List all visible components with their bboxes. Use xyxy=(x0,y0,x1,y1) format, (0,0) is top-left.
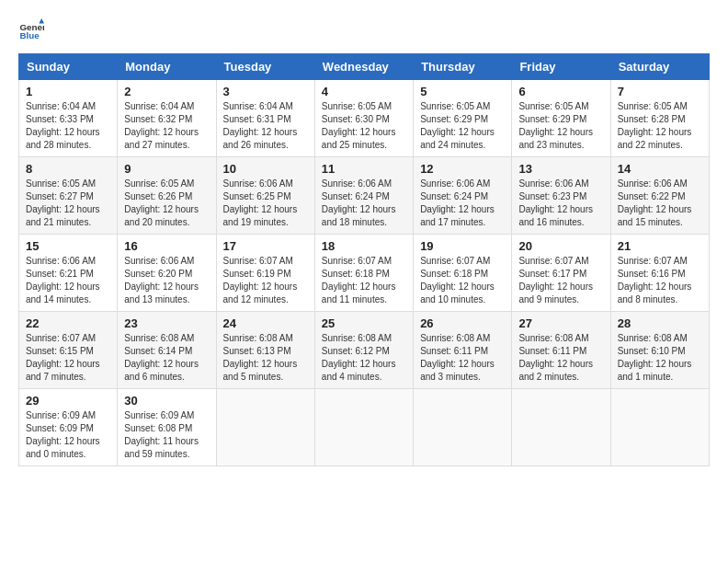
day-cell-18: 18 Sunrise: 6:07 AM Sunset: 6:18 PM Dayl… xyxy=(314,235,413,312)
day-info: Sunrise: 6:06 AM Sunset: 6:21 PM Dayligh… xyxy=(26,255,110,306)
col-monday: Monday xyxy=(118,54,216,80)
day-number: 4 xyxy=(322,85,406,98)
day-info: Sunrise: 6:09 AM Sunset: 6:08 PM Dayligh… xyxy=(124,409,209,461)
day-cell-3: 3 Sunrise: 6:04 AM Sunset: 6:31 PM Dayli… xyxy=(216,80,314,157)
day-cell-8: 8 Sunrise: 6:05 AM Sunset: 6:27 PM Dayli… xyxy=(19,157,118,235)
day-number: 24 xyxy=(223,316,308,330)
day-cell-9: 9 Sunrise: 6:05 AM Sunset: 6:26 PM Dayli… xyxy=(118,157,216,235)
day-number: 27 xyxy=(518,316,603,330)
day-info: Sunrise: 6:09 AM Sunset: 6:09 PM Dayligh… xyxy=(26,409,110,461)
day-info: Sunrise: 6:07 AM Sunset: 6:18 PM Dayligh… xyxy=(420,255,505,306)
col-friday: Friday xyxy=(512,54,610,80)
day-number: 14 xyxy=(618,162,702,176)
week-row-3: 15 Sunrise: 6:06 AM Sunset: 6:21 PM Dayl… xyxy=(19,235,710,312)
day-cell-20: 20 Sunrise: 6:07 AM Sunset: 6:17 PM Dayl… xyxy=(512,235,610,312)
day-number: 10 xyxy=(223,162,308,176)
day-number: 25 xyxy=(322,316,406,330)
day-number: 2 xyxy=(124,85,209,98)
day-number: 3 xyxy=(223,85,308,98)
day-number: 30 xyxy=(124,394,209,408)
day-info: Sunrise: 6:05 AM Sunset: 6:29 PM Dayligh… xyxy=(518,100,603,152)
day-number: 1 xyxy=(26,85,110,98)
day-info: Sunrise: 6:04 AM Sunset: 6:33 PM Dayligh… xyxy=(26,100,110,152)
week-row-4: 22 Sunrise: 6:07 AM Sunset: 6:15 PM Dayl… xyxy=(19,312,710,389)
day-info: Sunrise: 6:06 AM Sunset: 6:24 PM Dayligh… xyxy=(420,178,505,229)
day-cell-22: 22 Sunrise: 6:07 AM Sunset: 6:15 PM Dayl… xyxy=(19,312,118,389)
day-cell-4: 4 Sunrise: 6:05 AM Sunset: 6:30 PM Dayli… xyxy=(314,80,413,157)
day-info: Sunrise: 6:07 AM Sunset: 6:18 PM Dayligh… xyxy=(322,255,406,306)
empty-cell xyxy=(610,389,709,466)
day-cell-23: 23 Sunrise: 6:08 AM Sunset: 6:14 PM Dayl… xyxy=(118,312,216,389)
svg-marker-2 xyxy=(39,18,44,24)
day-number: 29 xyxy=(26,394,110,408)
day-info: Sunrise: 6:06 AM Sunset: 6:25 PM Dayligh… xyxy=(223,178,308,229)
col-sunday: Sunday xyxy=(19,54,118,80)
day-cell-7: 7 Sunrise: 6:05 AM Sunset: 6:28 PM Dayli… xyxy=(610,80,709,157)
day-info: Sunrise: 6:08 AM Sunset: 6:11 PM Dayligh… xyxy=(518,332,603,384)
calendar-body: 1 Sunrise: 6:04 AM Sunset: 6:33 PM Dayli… xyxy=(19,80,710,466)
day-info: Sunrise: 6:05 AM Sunset: 6:30 PM Dayligh… xyxy=(322,100,406,152)
day-cell-29: 29 Sunrise: 6:09 AM Sunset: 6:09 PM Dayl… xyxy=(19,389,118,466)
header-row: Sunday Monday Tuesday Wednesday Thursday… xyxy=(19,54,710,80)
page-header: General Blue xyxy=(18,18,710,44)
day-info: Sunrise: 6:07 AM Sunset: 6:15 PM Dayligh… xyxy=(26,332,110,384)
day-info: Sunrise: 6:06 AM Sunset: 6:23 PM Dayligh… xyxy=(518,178,603,229)
day-info: Sunrise: 6:05 AM Sunset: 6:27 PM Dayligh… xyxy=(26,178,110,229)
day-info: Sunrise: 6:06 AM Sunset: 6:20 PM Dayligh… xyxy=(124,255,209,306)
day-number: 12 xyxy=(420,162,505,176)
day-info: Sunrise: 6:04 AM Sunset: 6:32 PM Dayligh… xyxy=(124,100,209,152)
day-number: 11 xyxy=(322,162,406,176)
day-number: 17 xyxy=(223,239,308,253)
day-cell-17: 17 Sunrise: 6:07 AM Sunset: 6:19 PM Dayl… xyxy=(216,235,314,312)
day-info: Sunrise: 6:08 AM Sunset: 6:12 PM Dayligh… xyxy=(322,332,406,384)
day-cell-5: 5 Sunrise: 6:05 AM Sunset: 6:29 PM Dayli… xyxy=(414,80,512,157)
day-number: 7 xyxy=(618,85,702,98)
day-cell-2: 2 Sunrise: 6:04 AM Sunset: 6:32 PM Dayli… xyxy=(118,80,216,157)
day-info: Sunrise: 6:08 AM Sunset: 6:14 PM Dayligh… xyxy=(124,332,209,384)
col-saturday: Saturday xyxy=(610,54,709,80)
day-number: 28 xyxy=(618,316,702,330)
day-cell-21: 21 Sunrise: 6:07 AM Sunset: 6:16 PM Dayl… xyxy=(610,235,709,312)
day-cell-24: 24 Sunrise: 6:08 AM Sunset: 6:13 PM Dayl… xyxy=(216,312,314,389)
col-thursday: Thursday xyxy=(414,54,512,80)
empty-cell xyxy=(512,389,610,466)
day-info: Sunrise: 6:07 AM Sunset: 6:19 PM Dayligh… xyxy=(223,255,308,306)
empty-cell xyxy=(314,389,413,466)
day-cell-10: 10 Sunrise: 6:06 AM Sunset: 6:25 PM Dayl… xyxy=(216,157,314,235)
empty-cell xyxy=(216,389,314,466)
day-info: Sunrise: 6:08 AM Sunset: 6:13 PM Dayligh… xyxy=(223,332,308,384)
calendar-table: Sunday Monday Tuesday Wednesday Thursday… xyxy=(18,53,710,466)
col-tuesday: Tuesday xyxy=(216,54,314,80)
day-cell-27: 27 Sunrise: 6:08 AM Sunset: 6:11 PM Dayl… xyxy=(512,312,610,389)
day-cell-15: 15 Sunrise: 6:06 AM Sunset: 6:21 PM Dayl… xyxy=(19,235,118,312)
day-info: Sunrise: 6:08 AM Sunset: 6:11 PM Dayligh… xyxy=(420,332,505,384)
svg-text:Blue: Blue xyxy=(19,30,40,40)
week-row-1: 1 Sunrise: 6:04 AM Sunset: 6:33 PM Dayli… xyxy=(19,80,710,157)
day-cell-6: 6 Sunrise: 6:05 AM Sunset: 6:29 PM Dayli… xyxy=(512,80,610,157)
empty-cell xyxy=(414,389,512,466)
day-cell-16: 16 Sunrise: 6:06 AM Sunset: 6:20 PM Dayl… xyxy=(118,235,216,312)
day-number: 22 xyxy=(26,316,110,330)
week-row-5: 29 Sunrise: 6:09 AM Sunset: 6:09 PM Dayl… xyxy=(19,389,710,466)
day-info: Sunrise: 6:05 AM Sunset: 6:26 PM Dayligh… xyxy=(124,178,209,229)
day-info: Sunrise: 6:07 AM Sunset: 6:17 PM Dayligh… xyxy=(518,255,603,306)
day-number: 5 xyxy=(420,85,505,98)
day-number: 6 xyxy=(518,85,603,98)
day-cell-25: 25 Sunrise: 6:08 AM Sunset: 6:12 PM Dayl… xyxy=(314,312,413,389)
day-cell-19: 19 Sunrise: 6:07 AM Sunset: 6:18 PM Dayl… xyxy=(414,235,512,312)
day-number: 26 xyxy=(420,316,505,330)
day-info: Sunrise: 6:05 AM Sunset: 6:28 PM Dayligh… xyxy=(618,100,702,152)
day-number: 23 xyxy=(124,316,209,330)
day-cell-11: 11 Sunrise: 6:06 AM Sunset: 6:24 PM Dayl… xyxy=(314,157,413,235)
week-row-2: 8 Sunrise: 6:05 AM Sunset: 6:27 PM Dayli… xyxy=(19,157,710,235)
day-cell-28: 28 Sunrise: 6:08 AM Sunset: 6:10 PM Dayl… xyxy=(610,312,709,389)
day-info: Sunrise: 6:05 AM Sunset: 6:29 PM Dayligh… xyxy=(420,100,505,152)
day-number: 21 xyxy=(618,239,702,253)
day-cell-13: 13 Sunrise: 6:06 AM Sunset: 6:23 PM Dayl… xyxy=(512,157,610,235)
day-info: Sunrise: 6:07 AM Sunset: 6:16 PM Dayligh… xyxy=(618,255,702,306)
day-number: 18 xyxy=(322,239,406,253)
day-info: Sunrise: 6:06 AM Sunset: 6:24 PM Dayligh… xyxy=(322,178,406,229)
logo: General Blue xyxy=(18,18,44,44)
day-number: 9 xyxy=(124,162,209,176)
day-number: 13 xyxy=(518,162,603,176)
